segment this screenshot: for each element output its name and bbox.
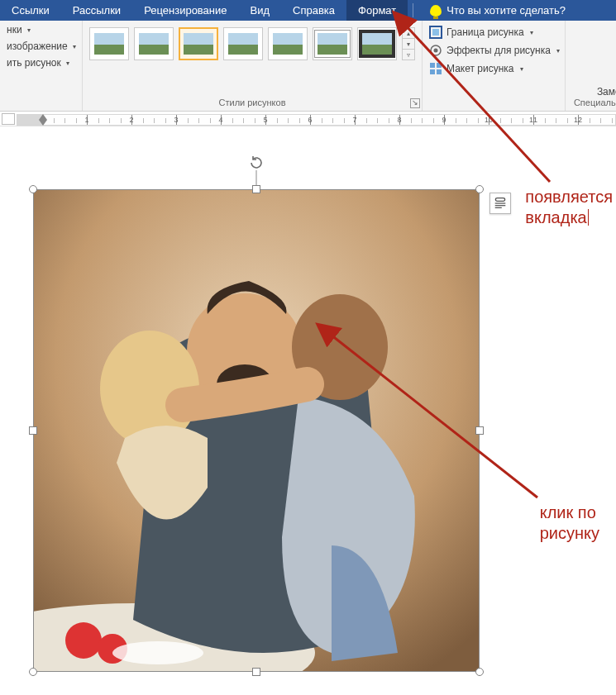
adjust-item-2[interactable]: изображение ▾ [7, 40, 75, 52]
picture-border-button[interactable]: Граница рисунка ▾ [429, 26, 560, 39]
annotation-tab-appears-l1: появляется [525, 187, 613, 207]
adjust-item-2-label: изображение [7, 40, 68, 52]
annotation-click-picture-l2: рисунку [540, 523, 599, 544]
lightbulb-icon [430, 5, 442, 17]
picture-content [34, 190, 479, 671]
adjust-item-1[interactable]: нки ▾ [7, 24, 75, 36]
rotate-handle[interactable] [249, 155, 264, 170]
group-adjust-label [7, 107, 75, 109]
group-styles-label: Стили рисунков [89, 98, 415, 109]
picture-layout-button[interactable]: Макет рисунка ▾ [429, 62, 560, 75]
picture-effects-button[interactable]: Эффекты для рисунка ▾ [429, 44, 560, 57]
tab-help[interactable]: Справка [281, 0, 346, 21]
picture-styles-more: ▴ ▾ ▿ [402, 27, 415, 60]
resize-handle-l[interactable] [29, 426, 37, 435]
adjust-item-1-label: нки [7, 24, 22, 36]
picture-style-7[interactable] [357, 27, 397, 60]
tab-mailings[interactable]: Рассылки [61, 0, 132, 21]
layout-options-icon [493, 196, 508, 211]
picture-style-5[interactable] [268, 27, 308, 60]
picture-effects-label: Эффекты для рисунка [446, 45, 551, 56]
first-line-indent-marker[interactable] [39, 114, 47, 120]
tab-review[interactable]: Рецензирование [132, 0, 238, 21]
picture-border-label: Граница рисунка [446, 26, 524, 38]
ruler-number: 7 [352, 116, 356, 124]
tab-separator [413, 3, 413, 17]
page [17, 126, 612, 695]
annotation-tab-appears: появляется вкладка [525, 187, 613, 228]
tab-view[interactable]: Вид [239, 0, 282, 21]
ruler-number: 9 [442, 116, 446, 124]
ribbon: нки ▾ изображение ▾ ить рисунок ▾ ▴ [0, 21, 616, 112]
annotation-click-picture-l1: клик по [540, 502, 599, 523]
svg-rect-7 [437, 69, 442, 74]
tell-me-label: Что вы хотите сделать? [446, 4, 566, 17]
ruler-number: 12 [574, 116, 582, 124]
ruler-tab-selector[interactable] [2, 113, 15, 125]
svg-rect-6 [430, 69, 435, 74]
tab-format[interactable]: Формат [346, 0, 408, 21]
replace-cut-label[interactable]: Заме [574, 86, 616, 98]
svg-point-10 [65, 622, 102, 659]
chevron-down-icon: ▾ [530, 29, 533, 36]
document-area[interactable]: появляется вкладка клик по рисунку [0, 126, 616, 695]
resize-handle-b[interactable] [252, 668, 260, 676]
group-picture-options: Граница рисунка ▾ Эффекты для рисунка ▾ … [423, 21, 566, 111]
ruler-number: 10 [485, 116, 493, 124]
selected-picture[interactable] [33, 189, 480, 672]
ruler-number: 5 [263, 116, 267, 124]
adjust-item-3-label: ить рисунок [7, 57, 61, 69]
resize-handle-t[interactable] [252, 185, 260, 193]
picture-style-1[interactable] [89, 27, 129, 60]
styles-scroll-up[interactable]: ▴ [403, 28, 414, 38]
ruler-number: 11 [529, 116, 537, 124]
svg-rect-4 [430, 63, 435, 68]
group-picture-styles: ▴ ▾ ▿ Стили рисунков ↘ [83, 21, 423, 111]
resize-handle-r[interactable] [475, 426, 484, 435]
rotate-stem [256, 170, 257, 185]
chevron-down-icon: ▾ [27, 26, 31, 34]
resize-handle-tr[interactable] [475, 185, 484, 193]
svg-point-3 [434, 49, 438, 53]
picture-style-2[interactable] [134, 27, 174, 60]
group-adjust: нки ▾ изображение ▾ ить рисунок ▾ [0, 21, 83, 111]
resize-handle-tl[interactable] [29, 185, 37, 193]
adjust-item-3[interactable]: ить рисунок ▾ [7, 57, 75, 69]
chevron-down-icon: ▾ [556, 47, 560, 55]
picture-effects-icon [429, 44, 442, 57]
styles-scroll-down[interactable]: ▾ [403, 38, 414, 49]
chevron-down-icon: ▾ [520, 65, 523, 73]
resize-handle-br[interactable] [475, 668, 484, 676]
text-cursor [588, 209, 589, 226]
layout-options-button[interactable] [489, 193, 511, 214]
ruler-number: 3 [174, 116, 178, 124]
chevron-down-icon: ▾ [73, 43, 76, 50]
annotation-tab-appears-l2: вкладка [525, 208, 586, 226]
ruler-number: 4 [218, 116, 222, 124]
ruler-number: 6 [308, 116, 312, 124]
svg-point-12 [112, 641, 203, 664]
svg-rect-1 [432, 29, 439, 36]
tell-me-box[interactable]: Что вы хотите сделать? [418, 0, 577, 21]
picture-border-icon [429, 26, 442, 39]
styles-gallery-expand[interactable]: ▿ [403, 49, 414, 60]
ruler-number: 1 [84, 116, 88, 124]
ribbon-tabbar: Ссылки Рассылки Рецензирование Вид Справ… [0, 0, 616, 21]
picture-layout-label: Макет рисунка [446, 63, 514, 74]
tab-links[interactable]: Ссылки [0, 0, 61, 21]
styles-dialog-launcher[interactable]: ↘ [410, 98, 420, 108]
svg-rect-5 [437, 63, 442, 68]
picture-style-4[interactable] [223, 27, 263, 60]
special-label: Специальн [574, 98, 616, 109]
chevron-down-icon: ▾ [66, 60, 69, 67]
horizontal-ruler[interactable]: 123456789101112 [0, 112, 616, 126]
annotation-click-picture: клик по рисунку [540, 502, 599, 544]
picture-layout-icon [429, 62, 442, 75]
picture-style-3[interactable] [179, 27, 218, 60]
picture-style-6[interactable] [313, 27, 352, 60]
ruler-number: 8 [397, 116, 401, 124]
hanging-indent-marker[interactable] [39, 120, 47, 126]
group-arrange-cut: Заме Специальн [566, 21, 616, 111]
ruler-number: 2 [129, 116, 133, 124]
resize-handle-bl[interactable] [29, 668, 37, 676]
